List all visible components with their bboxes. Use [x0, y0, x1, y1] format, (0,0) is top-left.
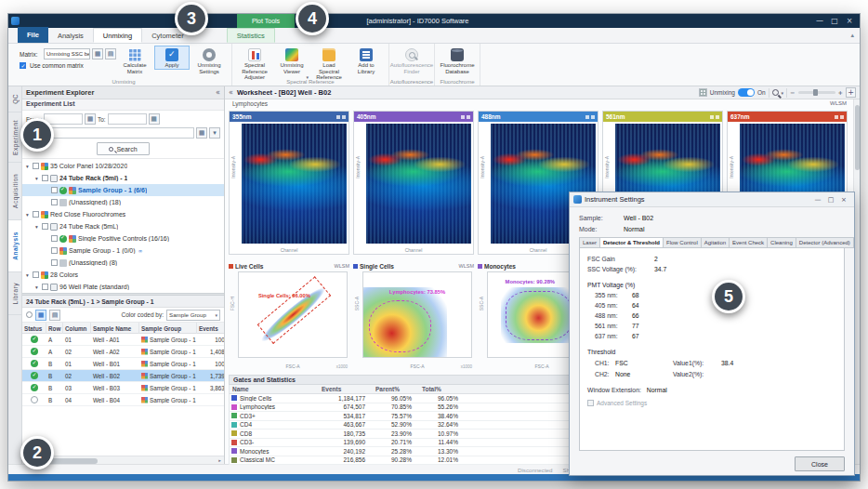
checkbox[interactable] — [51, 199, 58, 205]
checkbox[interactable] — [51, 235, 58, 242]
checkbox[interactable] — [51, 247, 58, 254]
instrument-title-bar[interactable]: Instrument Settings — □ × — [570, 192, 854, 207]
pmt-channel-value[interactable]: 64 — [632, 302, 639, 309]
pmt-channel-value[interactable]: 66 — [632, 312, 639, 319]
ch2-value[interactable]: None — [615, 371, 673, 377]
search-button[interactable]: Search — [97, 142, 149, 155]
checkbox[interactable] — [51, 187, 58, 193]
collapse-panel-icon[interactable]: « — [216, 88, 220, 97]
tab-statistics[interactable]: Statistics — [227, 28, 275, 43]
sidebar-item-qc[interactable]: QC — [8, 86, 21, 112]
tree-item[interactable]: 96 Well Plate (standard) — [22, 281, 224, 293]
zoom-out-icon[interactable]: − — [790, 89, 795, 97]
pmt-channel-value[interactable]: 68 — [632, 292, 639, 298]
tree-item[interactable]: 28 Colors — [22, 269, 224, 281]
sidebar-item-experiment[interactable]: Experiment — [8, 112, 21, 163]
scrollbar-thumb[interactable] — [855, 105, 860, 170]
tab-analysis[interactable]: Analysis — [48, 28, 93, 43]
close-button[interactable]: Close — [795, 456, 845, 471]
gate-outline[interactable] — [506, 291, 572, 340]
close-button[interactable]: × — [842, 17, 857, 25]
sidebar-item-acquisition[interactable]: Acquisition — [8, 163, 21, 220]
close-icon[interactable]: × — [837, 196, 850, 204]
gate-outline[interactable] — [369, 300, 431, 352]
list-view-button[interactable]: ▤ — [49, 310, 60, 321]
checkbox[interactable] — [42, 284, 48, 290]
table-row[interactable]: A02Well - A02Sample Group - 11,408,691No… — [22, 346, 224, 358]
ch1-value[interactable]: FSC — [615, 360, 673, 366]
filter-options-button[interactable]: ▾ — [209, 127, 220, 139]
scatter-plot-single-cells[interactable]: Single CellsWLSM SSC-A Lymphocytes: 73.8… — [353, 261, 474, 369]
minimize-button[interactable]: — — [812, 17, 827, 25]
sidebar-item-analysis[interactable]: Analysis — [8, 220, 21, 272]
tree-item[interactable]: 35 Color Panel 10/28/2020 — [22, 160, 224, 172]
apply-button[interactable]: Apply — [154, 46, 190, 70]
zoom-slider[interactable] — [798, 91, 835, 94]
table-row[interactable]: B03Well - B03Sample Group - 13,863,193No… — [22, 382, 224, 394]
add-to-library-button[interactable]: Add to Library — [349, 46, 384, 75]
checkbox[interactable] — [42, 223, 48, 230]
calendar-icon[interactable]: ▦ — [149, 113, 160, 125]
unmixing-toggle[interactable] — [738, 88, 755, 97]
checkbox[interactable] — [33, 271, 39, 278]
calculate-matrix-button[interactable]: Calculate Matrix — [117, 46, 152, 75]
scatter-plot-live-cells[interactable]: Live CellsWLSM FSC-H Single Cells: 96.00… — [229, 261, 349, 369]
tree-item[interactable]: Single Positive Controls (16/16) — [22, 232, 224, 244]
filter-grid-button[interactable]: ▦ — [196, 127, 207, 139]
ribbon-collapse-icon[interactable]: ▴ — [850, 32, 854, 39]
load-spectral-reference-button[interactable]: Load Spectral Reference — [311, 46, 347, 82]
pmt-channel-value[interactable]: 67 — [632, 333, 639, 339]
color-coded-select[interactable]: Sample Group ▾ — [166, 310, 220, 321]
to-date-field[interactable] — [108, 113, 147, 125]
expander-icon[interactable] — [35, 224, 42, 230]
ssc-voltage-value[interactable]: 34.7 — [654, 266, 666, 272]
tree-item[interactable]: Red Close Fluorochromes — [22, 208, 224, 220]
expander-icon[interactable] — [35, 176, 42, 181]
tab-unmixing[interactable]: Unmixing — [93, 28, 142, 43]
checkbox[interactable] — [42, 175, 48, 181]
value1-value[interactable]: 38.4 — [721, 360, 733, 366]
minimize-button[interactable]: — — [811, 196, 824, 204]
fsc-gain-value[interactable]: 2 — [654, 256, 658, 262]
tree-item-selected[interactable]: Sample Group - 1 (6/6) — [22, 184, 224, 196]
unmixing-settings-button[interactable]: Unmixing Settings — [191, 46, 227, 75]
zoom-slider-thumb[interactable] — [813, 89, 818, 96]
sidebar-item-library[interactable]: Library — [8, 272, 21, 315]
expander-icon[interactable] — [26, 164, 33, 169]
radio-button[interactable] — [26, 311, 33, 318]
spectral-plot-355[interactable]: 355nm Intensity-AChannel — [229, 111, 349, 255]
checkbox[interactable] — [51, 259, 58, 266]
table-row-selected[interactable]: B02Well - B02Sample Group - 11,739,893No… — [22, 370, 224, 382]
fluorochrome-database-button[interactable]: Fluorochrome Database — [440, 46, 475, 75]
table-row[interactable]: A01Well - A01Sample Group - 1100,000Norm… — [22, 334, 224, 346]
zoom-in-icon[interactable]: + — [838, 89, 843, 97]
matrix-grid-button[interactable]: ▦ — [92, 48, 103, 59]
tab-file[interactable]: File — [18, 27, 48, 43]
expander-icon[interactable] — [26, 212, 33, 218]
zoom-tool-icon[interactable] — [772, 89, 779, 96]
checkbox[interactable] — [33, 163, 39, 169]
layout-grid-icon[interactable] — [699, 88, 707, 97]
add-worksheet-icon[interactable]: + — [846, 87, 856, 98]
matrix-table-button[interactable]: ▤ — [105, 48, 116, 59]
table-row[interactable]: B04Well - B04Sample Group - 1 — [22, 394, 224, 406]
tree-item[interactable]: (Unassigned) (8) — [22, 257, 224, 269]
spectral-reference-adjuster-button[interactable]: Spectral Reference Adjuster — [237, 46, 272, 82]
expander-icon[interactable] — [35, 284, 42, 290]
calendar-icon[interactable]: ▦ — [85, 113, 96, 125]
maximize-button[interactable]: □ — [824, 196, 837, 204]
collapse-worksheet-icon[interactable]: « — [229, 88, 233, 97]
spectral-plot-405[interactable]: 405nm Intensity-AChannel — [353, 111, 474, 255]
expander-icon[interactable] — [26, 272, 33, 278]
grid-view-button[interactable]: ▦ — [35, 310, 46, 321]
checkbox[interactable] — [33, 211, 39, 218]
advanced-settings-checkbox[interactable] — [587, 400, 594, 406]
tree-item[interactable]: Sample Group - 1 (0/0) — [22, 244, 224, 257]
unmixing-viewer-button[interactable]: Unmixing Viewer ▾ — [274, 46, 309, 81]
table-row[interactable]: B01Well - B01Sample Group - 1100,000Norm… — [22, 358, 224, 370]
use-common-matrix-checkbox[interactable] — [20, 62, 26, 69]
tree-item[interactable]: 24 Tube Rack (5ml) - 1 — [22, 172, 224, 184]
matrix-select[interactable]: Unmixing SSC bea... ▾ — [44, 48, 90, 59]
tree-item[interactable]: (Unassigned) (18) — [22, 196, 224, 208]
autofluorescence-finder-button[interactable]: Autofluorescence Finder — [394, 46, 429, 75]
